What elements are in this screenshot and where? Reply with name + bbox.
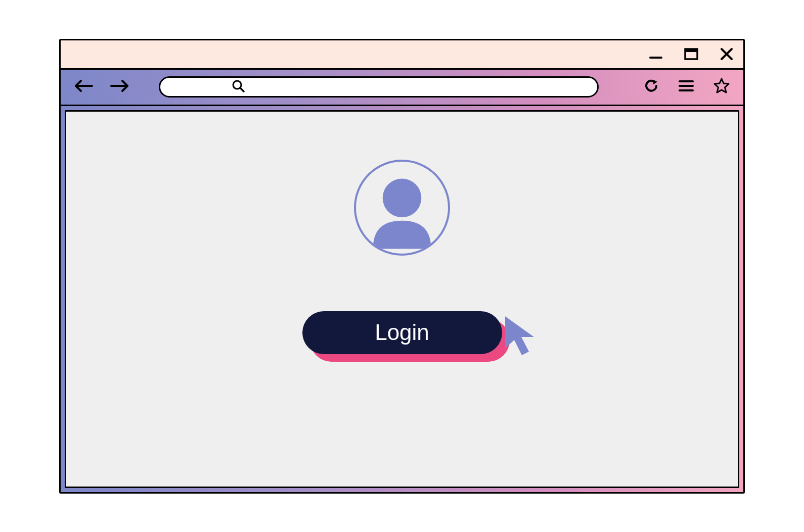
maximize-icon: [684, 46, 699, 62]
content-area-outer: Login: [61, 106, 743, 492]
toolbar-right-controls: [643, 77, 730, 96]
maximize-button[interactable]: [684, 46, 699, 62]
close-icon: [719, 46, 734, 62]
browser-toolbar: [61, 70, 743, 106]
browser-window: Login: [59, 39, 745, 494]
login-button[interactable]: Login: [302, 311, 502, 354]
page-content: Login: [65, 110, 739, 488]
close-button[interactable]: [719, 46, 734, 62]
svg-point-13: [383, 178, 422, 217]
back-arrow-icon: [74, 78, 94, 93]
search-container: [142, 76, 616, 98]
navigation-arrows: [74, 78, 129, 95]
user-avatar-icon: [356, 160, 448, 256]
back-button[interactable]: [74, 78, 94, 95]
window-controls: [648, 46, 734, 62]
svg-line-8: [240, 88, 244, 91]
svg-marker-9: [653, 80, 657, 84]
login-button-label: Login: [375, 320, 429, 345]
search-input[interactable]: [226, 82, 597, 92]
minimize-button[interactable]: [648, 46, 663, 62]
forward-button[interactable]: [109, 78, 129, 95]
svg-rect-2: [685, 49, 697, 52]
bookmark-button[interactable]: [713, 77, 730, 96]
login-button-container: Login: [302, 311, 502, 354]
hamburger-menu-icon: [679, 79, 694, 92]
user-avatar: [354, 160, 450, 256]
search-icon: [231, 79, 245, 95]
window-titlebar: [61, 40, 743, 70]
reload-icon: [643, 78, 659, 94]
forward-arrow-icon: [109, 78, 129, 93]
cursor-pointer: [503, 314, 548, 364]
address-bar[interactable]: [159, 76, 599, 98]
minimize-icon: [648, 46, 663, 62]
cursor-arrow-icon: [503, 314, 548, 362]
menu-button[interactable]: [679, 79, 694, 94]
reload-button[interactable]: [643, 78, 659, 96]
star-icon: [713, 77, 730, 94]
